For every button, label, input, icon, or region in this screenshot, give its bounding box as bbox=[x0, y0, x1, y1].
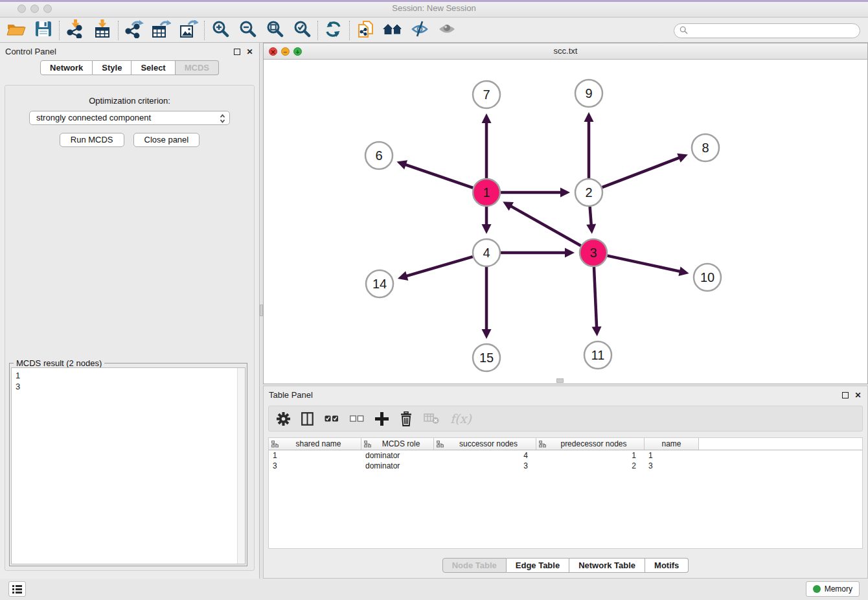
select-stepper-icon bbox=[220, 113, 225, 124]
graph-edge-3-11[interactable] bbox=[594, 267, 597, 329]
export-network-button[interactable] bbox=[120, 19, 148, 41]
graph-node-label-7: 7 bbox=[483, 87, 490, 102]
table-row[interactable]: 3dominator323 bbox=[269, 461, 862, 471]
table-settings-button[interactable] bbox=[277, 412, 290, 426]
graph-edge-3-1[interactable] bbox=[510, 205, 581, 246]
graph-arrowhead bbox=[565, 248, 575, 258]
hide-panels-button[interactable] bbox=[406, 19, 433, 41]
zoom-in-button[interactable] bbox=[207, 19, 234, 41]
network-graph[interactable]: 7968124314101511 bbox=[264, 60, 867, 384]
table-cell[interactable]: 3 bbox=[269, 461, 361, 471]
close-window-button[interactable] bbox=[17, 5, 26, 13]
network-window-titlebar[interactable]: ✕ − + scc.txt bbox=[264, 43, 867, 60]
delete-column-button[interactable] bbox=[400, 411, 413, 426]
import-network-button[interactable] bbox=[62, 19, 89, 41]
show-columns-button[interactable] bbox=[301, 412, 314, 426]
run-mcds-button[interactable]: Run MCDS bbox=[60, 133, 124, 147]
tab-network-table[interactable]: Network Table bbox=[569, 558, 645, 573]
column-tree-icon bbox=[271, 441, 279, 448]
table-cell[interactable]: dominator bbox=[361, 450, 434, 461]
mcds-tab-pane: Optimization criterion: strongly connect… bbox=[5, 85, 255, 571]
column-header-shared-name[interactable]: shared name bbox=[269, 438, 361, 450]
export-image-button[interactable] bbox=[175, 19, 202, 41]
export-table-icon bbox=[152, 20, 171, 41]
task-history-button[interactable] bbox=[8, 581, 26, 597]
close-panel-icon[interactable]: ✕ bbox=[246, 47, 254, 56]
tab-edge-table[interactable]: Edge Table bbox=[507, 558, 569, 573]
table-cell[interactable]: 3 bbox=[645, 461, 699, 471]
float-panel-icon[interactable] bbox=[233, 47, 241, 56]
close-panel-button[interactable]: Close panel bbox=[133, 133, 200, 147]
graph-edge-4-14[interactable] bbox=[405, 257, 473, 276]
table-cell[interactable]: 1 bbox=[645, 450, 699, 461]
delete-table-button[interactable] bbox=[424, 413, 439, 424]
select-all-button[interactable] bbox=[325, 415, 339, 422]
float-table-panel-icon[interactable] bbox=[841, 391, 849, 399]
save-session-button[interactable] bbox=[30, 19, 57, 41]
zoom-window-button[interactable] bbox=[43, 5, 52, 13]
tab-style[interactable]: Style bbox=[93, 60, 131, 75]
graph-edge-2-3[interactable] bbox=[590, 207, 591, 226]
zoom-out-button[interactable] bbox=[234, 19, 261, 41]
graph-node-label-10: 10 bbox=[700, 270, 714, 284]
table-cell[interactable]: dominator bbox=[361, 461, 434, 471]
mcds-result-item[interactable]: 1 bbox=[16, 370, 245, 381]
table-cell[interactable]: 3 bbox=[434, 461, 536, 471]
column-header-successor-nodes[interactable]: successor nodes bbox=[434, 438, 536, 450]
graph-edge-1-6[interactable] bbox=[404, 164, 473, 188]
mcds-result-item[interactable]: 3 bbox=[16, 381, 245, 392]
tab-node-table[interactable]: Node Table bbox=[442, 558, 507, 573]
mcds-result-groupbox: MCDS result (2 nodes) 13 bbox=[9, 363, 247, 566]
optimization-criterion-label: Optimization criterion: bbox=[5, 96, 254, 106]
graph-arrowhead bbox=[482, 329, 492, 339]
memory-button[interactable]: Memory bbox=[806, 581, 860, 597]
graph-arrowhead bbox=[398, 271, 408, 281]
table-cell[interactable]: 1 bbox=[269, 450, 361, 461]
column-tree-icon bbox=[364, 441, 371, 448]
window-controls[interactable] bbox=[17, 5, 52, 13]
clone-network-button[interactable] bbox=[352, 19, 379, 41]
function-builder-button[interactable]: f(x) bbox=[450, 411, 472, 426]
tab-network[interactable]: Network bbox=[40, 60, 93, 75]
deselect-all-button[interactable] bbox=[350, 415, 364, 422]
result-scrollbar[interactable] bbox=[237, 368, 245, 564]
criterion-select[interactable]: strongly connected component bbox=[29, 111, 230, 125]
add-column-button[interactable] bbox=[375, 412, 389, 426]
import-table-button[interactable] bbox=[89, 19, 116, 41]
refresh-button[interactable] bbox=[320, 19, 347, 41]
tab-motifs[interactable]: Motifs bbox=[645, 558, 689, 573]
column-header-filler bbox=[699, 438, 862, 450]
graph-edge-2-8[interactable] bbox=[602, 157, 681, 187]
minimize-window-button[interactable] bbox=[30, 5, 39, 13]
network-canvas[interactable]: 7968124314101511 bbox=[264, 60, 867, 384]
tab-select[interactable]: Select bbox=[131, 60, 175, 75]
main-toolbar bbox=[0, 18, 868, 43]
table-panel-title: Table Panel bbox=[269, 390, 313, 400]
table-cell[interactable]: 4 bbox=[434, 450, 536, 461]
hide-panels-icon bbox=[411, 20, 429, 40]
tab-mcds[interactable]: MCDS bbox=[176, 60, 219, 75]
search-field[interactable] bbox=[674, 23, 860, 38]
column-header-MCDS-role[interactable]: MCDS role bbox=[361, 438, 434, 450]
minimize-network-button[interactable]: − bbox=[281, 47, 290, 56]
graph-arrowhead bbox=[482, 113, 492, 123]
table-cell[interactable]: 1 bbox=[536, 450, 645, 461]
table-cell[interactable]: 2 bbox=[536, 461, 645, 471]
close-table-panel-icon[interactable]: ✕ bbox=[854, 391, 862, 399]
search-input[interactable] bbox=[691, 26, 854, 36]
graph-arrowhead bbox=[396, 160, 407, 169]
table-row[interactable]: 1dominator411 bbox=[269, 450, 862, 461]
zoom-fit-button[interactable] bbox=[261, 19, 288, 41]
show-eye-button[interactable] bbox=[433, 19, 461, 41]
export-table-button[interactable] bbox=[148, 19, 175, 41]
maximize-network-button[interactable]: + bbox=[293, 47, 302, 56]
close-network-button[interactable]: ✕ bbox=[269, 47, 277, 56]
home-button[interactable] bbox=[379, 19, 406, 41]
canvas-scroll-grip[interactable] bbox=[556, 378, 564, 383]
graph-edge-3-10[interactable] bbox=[608, 256, 681, 272]
mcds-result-list[interactable]: 13 bbox=[11, 367, 246, 564]
open-file-button[interactable] bbox=[3, 19, 30, 41]
column-header-predecessor-nodes[interactable]: predecessor nodes bbox=[536, 438, 645, 450]
column-header-name[interactable]: name bbox=[645, 438, 699, 450]
zoom-selected-button[interactable] bbox=[288, 19, 315, 41]
